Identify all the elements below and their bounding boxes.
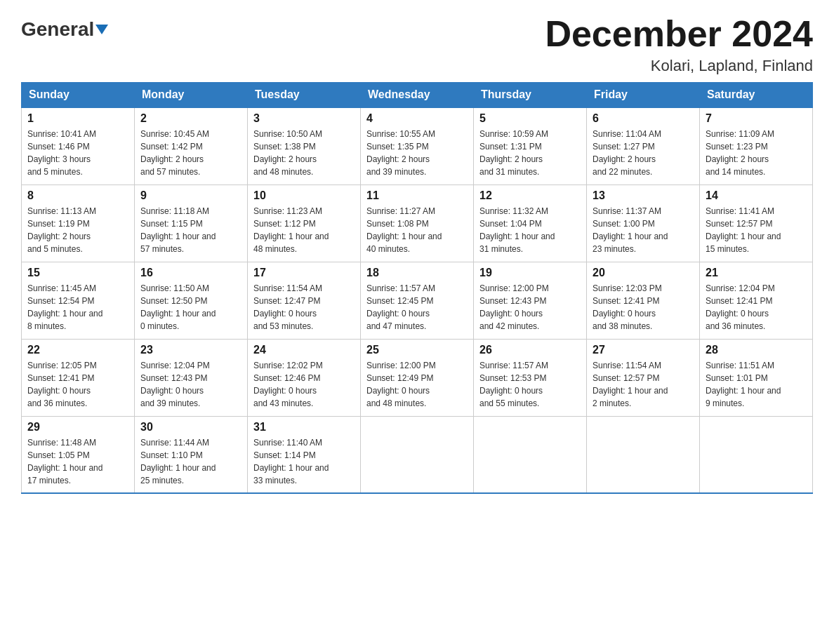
day-number: 8 — [27, 189, 128, 202]
day-info: Sunrise: 11:04 AM Sunset: 1:27 PM Daylig… — [593, 128, 694, 178]
day-number: 13 — [593, 189, 694, 202]
calendar-cell — [361, 416, 474, 493]
day-number: 4 — [366, 112, 468, 125]
day-number: 17 — [253, 267, 355, 279]
day-number: 28 — [706, 344, 807, 356]
calendar-cell: 10Sunrise: 11:23 AM Sunset: 1:12 PM Dayl… — [248, 185, 361, 262]
day-info: Sunrise: 12:03 PM Sunset: 12:41 PM Dayli… — [593, 282, 694, 333]
day-info: Sunrise: 12:00 PM Sunset: 12:49 PM Dayli… — [366, 359, 468, 410]
calendar-cell: 23Sunrise: 12:04 PM Sunset: 12:43 PM Day… — [135, 339, 248, 416]
calendar-cell: 28Sunrise: 11:51 AM Sunset: 1:01 PM Dayl… — [700, 339, 813, 416]
day-info: Sunrise: 11:32 AM Sunset: 1:04 PM Daylig… — [479, 205, 581, 255]
calendar-cell: 29Sunrise: 11:48 AM Sunset: 1:05 PM Dayl… — [22, 416, 135, 493]
calendar-cell: 16Sunrise: 11:50 AM Sunset: 12:50 PM Day… — [135, 262, 248, 339]
day-info: Sunrise: 11:57 AM Sunset: 12:53 PM Dayli… — [479, 359, 581, 410]
calendar-cell: 24Sunrise: 12:02 PM Sunset: 12:46 PM Day… — [248, 339, 361, 416]
day-number: 27 — [593, 344, 694, 356]
day-info: Sunrise: 11:40 AM Sunset: 1:14 PM Daylig… — [253, 436, 355, 487]
calendar-cell: 18Sunrise: 11:57 AM Sunset: 12:45 PM Day… — [361, 262, 474, 339]
day-number: 22 — [27, 344, 128, 356]
calendar-cell: 26Sunrise: 11:57 AM Sunset: 12:53 PM Day… — [474, 339, 587, 416]
day-number: 30 — [140, 421, 241, 434]
calendar-cell: 15Sunrise: 11:45 AM Sunset: 12:54 PM Day… — [22, 262, 135, 339]
day-info: Sunrise: 11:44 AM Sunset: 1:10 PM Daylig… — [140, 436, 241, 487]
calendar-cell: 12Sunrise: 11:32 AM Sunset: 1:04 PM Dayl… — [474, 185, 587, 262]
day-info: Sunrise: 10:45 AM Sunset: 1:42 PM Daylig… — [140, 128, 241, 178]
day-info: Sunrise: 10:55 AM Sunset: 1:35 PM Daylig… — [366, 128, 468, 178]
logo-triangle-icon — [95, 25, 108, 34]
calendar-cell — [587, 416, 700, 493]
day-number: 26 — [479, 344, 581, 356]
day-number: 31 — [253, 421, 355, 434]
main-title: December 2024 — [545, 14, 813, 54]
calendar-cell — [474, 416, 587, 493]
calendar-cell: 20Sunrise: 12:03 PM Sunset: 12:41 PM Day… — [587, 262, 700, 339]
day-info: Sunrise: 12:04 PM Sunset: 12:43 PM Dayli… — [140, 359, 241, 410]
calendar-cell: 21Sunrise: 12:04 PM Sunset: 12:41 PM Day… — [700, 262, 813, 339]
day-info: Sunrise: 11:54 AM Sunset: 12:57 PM Dayli… — [593, 359, 694, 410]
day-number: 16 — [140, 267, 241, 279]
calendar-cell: 30Sunrise: 11:44 AM Sunset: 1:10 PM Dayl… — [135, 416, 248, 493]
calendar-cell: 5Sunrise: 10:59 AM Sunset: 1:31 PM Dayli… — [474, 107, 587, 185]
day-info: Sunrise: 10:59 AM Sunset: 1:31 PM Daylig… — [479, 128, 581, 178]
calendar-cell: 11Sunrise: 11:27 AM Sunset: 1:08 PM Dayl… — [361, 185, 474, 262]
calendar-cell: 8Sunrise: 11:13 AM Sunset: 1:19 PM Dayli… — [22, 185, 135, 262]
calendar-cell: 13Sunrise: 11:37 AM Sunset: 1:00 PM Dayl… — [587, 185, 700, 262]
day-number: 10 — [253, 189, 355, 202]
day-number: 7 — [706, 112, 807, 125]
day-number: 9 — [140, 189, 241, 202]
page-header: General December 2024 Kolari, Lapland, F… — [21, 14, 813, 75]
day-info: Sunrise: 11:45 AM Sunset: 12:54 PM Dayli… — [27, 282, 128, 333]
calendar-cell: 27Sunrise: 11:54 AM Sunset: 12:57 PM Day… — [587, 339, 700, 416]
day-number: 5 — [479, 112, 581, 125]
calendar-week-3: 15Sunrise: 11:45 AM Sunset: 12:54 PM Day… — [22, 262, 813, 339]
calendar-cell: 17Sunrise: 11:54 AM Sunset: 12:47 PM Day… — [248, 262, 361, 339]
calendar-week-2: 8Sunrise: 11:13 AM Sunset: 1:19 PM Dayli… — [22, 185, 813, 262]
day-header-thursday: Thursday — [474, 83, 587, 108]
calendar-cell: 6Sunrise: 11:04 AM Sunset: 1:27 PM Dayli… — [587, 107, 700, 185]
title-section: December 2024 Kolari, Lapland, Finland — [545, 14, 813, 75]
day-info: Sunrise: 12:00 PM Sunset: 12:43 PM Dayli… — [479, 282, 581, 333]
subtitle: Kolari, Lapland, Finland — [545, 57, 813, 75]
calendar-cell: 14Sunrise: 11:41 AM Sunset: 12:57 PM Day… — [700, 185, 813, 262]
day-header-monday: Monday — [135, 83, 248, 108]
day-info: Sunrise: 11:50 AM Sunset: 12:50 PM Dayli… — [140, 282, 241, 333]
calendar-cell: 9Sunrise: 11:18 AM Sunset: 1:15 PM Dayli… — [135, 185, 248, 262]
day-number: 29 — [27, 421, 128, 434]
day-info: Sunrise: 11:48 AM Sunset: 1:05 PM Daylig… — [27, 436, 128, 487]
day-info: Sunrise: 11:13 AM Sunset: 1:19 PM Daylig… — [27, 205, 128, 255]
day-header-sunday: Sunday — [22, 83, 135, 108]
calendar-cell: 3Sunrise: 10:50 AM Sunset: 1:38 PM Dayli… — [248, 107, 361, 185]
day-info: Sunrise: 11:37 AM Sunset: 1:00 PM Daylig… — [593, 205, 694, 255]
day-info: Sunrise: 11:09 AM Sunset: 1:23 PM Daylig… — [706, 128, 807, 178]
day-info: Sunrise: 11:54 AM Sunset: 12:47 PM Dayli… — [253, 282, 355, 333]
calendar-cell: 7Sunrise: 11:09 AM Sunset: 1:23 PM Dayli… — [700, 107, 813, 185]
day-info: Sunrise: 10:50 AM Sunset: 1:38 PM Daylig… — [253, 128, 355, 178]
day-info: Sunrise: 12:05 PM Sunset: 12:41 PM Dayli… — [27, 359, 128, 410]
day-info: Sunrise: 11:41 AM Sunset: 12:57 PM Dayli… — [706, 205, 807, 255]
day-number: 3 — [253, 112, 355, 125]
calendar-cell: 25Sunrise: 12:00 PM Sunset: 12:49 PM Day… — [361, 339, 474, 416]
logo-general-text: General — [21, 20, 108, 39]
calendar-cell: 31Sunrise: 11:40 AM Sunset: 1:14 PM Dayl… — [248, 416, 361, 493]
calendar-cell: 2Sunrise: 10:45 AM Sunset: 1:42 PM Dayli… — [135, 107, 248, 185]
calendar-cell — [700, 416, 813, 493]
day-info: Sunrise: 11:18 AM Sunset: 1:15 PM Daylig… — [140, 205, 241, 255]
day-number: 25 — [366, 344, 468, 356]
calendar-week-5: 29Sunrise: 11:48 AM Sunset: 1:05 PM Dayl… — [22, 416, 813, 493]
calendar-body: 1Sunrise: 10:41 AM Sunset: 1:46 PM Dayli… — [22, 107, 813, 493]
day-number: 24 — [253, 344, 355, 356]
day-number: 21 — [706, 267, 807, 279]
header-row: SundayMondayTuesdayWednesdayThursdayFrid… — [22, 83, 813, 108]
day-number: 15 — [27, 267, 128, 279]
day-number: 14 — [706, 189, 807, 202]
day-number: 23 — [140, 344, 241, 356]
calendar-header: SundayMondayTuesdayWednesdayThursdayFrid… — [22, 83, 813, 108]
day-number: 1 — [27, 112, 128, 125]
day-number: 6 — [593, 112, 694, 125]
calendar-week-1: 1Sunrise: 10:41 AM Sunset: 1:46 PM Dayli… — [22, 107, 813, 185]
calendar-week-4: 22Sunrise: 12:05 PM Sunset: 12:41 PM Day… — [22, 339, 813, 416]
day-header-saturday: Saturday — [700, 83, 813, 108]
day-number: 20 — [593, 267, 694, 279]
day-info: Sunrise: 11:23 AM Sunset: 1:12 PM Daylig… — [253, 205, 355, 255]
